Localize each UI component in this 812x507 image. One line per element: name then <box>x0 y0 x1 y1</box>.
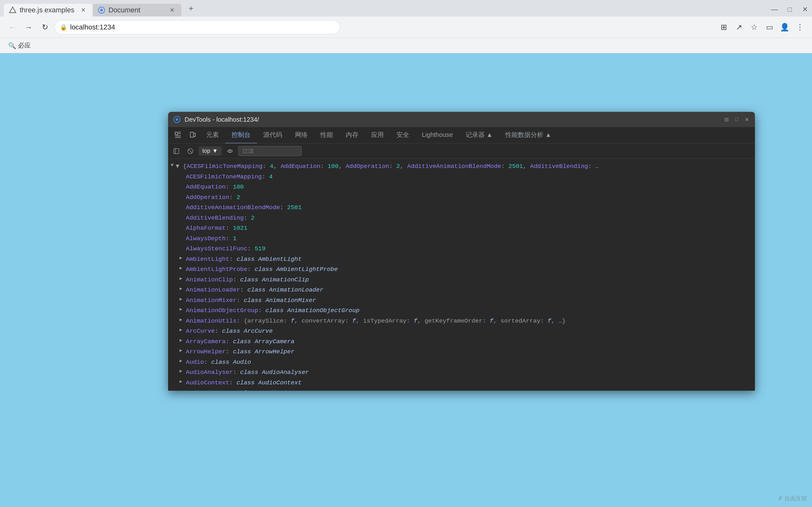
devtools-inspect-icon[interactable] <box>171 127 185 144</box>
svg-line-15 <box>189 149 192 153</box>
devtools-win-controls: ⊟ □ ✕ <box>723 116 750 123</box>
devtools-minimize-icon[interactable]: ⊟ <box>723 116 729 123</box>
top-dropdown-icon: ▼ <box>212 148 218 154</box>
svg-point-16 <box>229 150 231 152</box>
svg-point-2 <box>100 9 103 11</box>
expand-animationutils-icon: ▶ <box>180 317 182 323</box>
tab-recorder[interactable]: 记录器 ▲ <box>459 127 499 144</box>
expand-audioanalyser-icon: ▶ <box>180 368 182 375</box>
menu-icon[interactable]: ⋮ <box>793 20 807 34</box>
tab-title-threejs: three.js examples <box>20 6 75 14</box>
tab-network[interactable]: 网络 <box>289 127 314 144</box>
csdn-watermark: ✗ 自由互联 <box>778 495 807 502</box>
expand-animationclip-icon: ▶ <box>180 275 182 282</box>
tab-close-threejs[interactable]: ✕ <box>79 6 88 14</box>
tab-performance[interactable]: 性能 <box>314 127 339 144</box>
expand-animationobjectgroup-icon: ▶ <box>180 306 182 313</box>
tab-memory[interactable]: 内存 <box>339 127 365 144</box>
forward-button[interactable]: → <box>21 20 36 34</box>
console-line-arccurve[interactable]: ▶ ArcCurve: class ArcCurve <box>168 326 755 337</box>
tab-close-document[interactable]: ✕ <box>167 6 176 14</box>
console-line-animationobjectgroup[interactable]: ▶ AnimationObjectGroup: class AnimationO… <box>168 305 755 316</box>
tab-lighthouse[interactable]: Lighthouse <box>415 127 459 144</box>
win-minimize-icon[interactable]: — <box>768 3 781 16</box>
tab-lighthouse-label: Lighthouse <box>422 131 453 138</box>
tab-application[interactable]: 应用 <box>365 127 390 144</box>
bookmark-bing-label: 必应 <box>18 41 31 50</box>
console-line-ambientlight[interactable]: ▶ AmbientLight: class AmbientLight <box>168 254 755 265</box>
console-line-3: AddOperation: 2 <box>168 192 755 203</box>
bookmarks-bar: 🔍 必应 <box>0 38 812 53</box>
tab-sources[interactable]: 源代码 <box>257 127 289 144</box>
console-line-8: AlwaysStencilFunc: 519 <box>168 244 755 254</box>
console-line-ambientlightprobe[interactable]: ▶ AmbientLightProbe: class AmbientLightP… <box>168 264 755 275</box>
svg-marker-0 <box>9 7 16 13</box>
devtools-tabs: 元素 控制台 源代码 网络 性能 内存 应用 <box>168 127 755 144</box>
tab-performance-label: 性能 <box>320 130 333 139</box>
tab-document[interactable]: Document ✕ <box>93 4 182 16</box>
console-line-arrowhelper[interactable]: ▶ ArrowHelper: class ArrowHelper <box>168 347 755 357</box>
console-line-audioanalyser[interactable]: ▶ AudioAnalyser: class AudioAnalyser <box>168 367 755 378</box>
tab-perfanalysis[interactable]: 性能数据分析 ▲ <box>499 127 558 144</box>
tab-memory-label: 内存 <box>346 130 358 139</box>
console-line-animationmixer[interactable]: ▶ AnimationMixer: class AnimationMixer <box>168 295 755 306</box>
tab-title-document: Document <box>108 6 164 14</box>
devtools-device-icon[interactable] <box>185 127 200 144</box>
profile-icon[interactable]: 👤 <box>778 20 792 34</box>
sidebar-icon[interactable]: ▭ <box>763 20 776 34</box>
devtools-titlebar: DevTools - localhost:1234/ ⊟ □ ✕ <box>168 112 755 127</box>
devtools-maximize-icon[interactable]: □ <box>733 116 740 123</box>
tab-console-label: 控制台 <box>232 130 251 139</box>
expand-arccurve-icon: ▶ <box>180 327 182 333</box>
win-maximize-icon[interactable]: □ <box>783 3 797 16</box>
svg-rect-12 <box>174 149 179 154</box>
share-icon[interactable]: ↗ <box>732 20 746 34</box>
console-sidebar-icon[interactable] <box>171 146 182 157</box>
tab-threejs[interactable]: three.js examples ✕ <box>4 4 93 16</box>
devtools-close-icon[interactable]: ✕ <box>744 116 750 123</box>
top-label: top <box>202 148 210 154</box>
console-line-audio[interactable]: ▶ Audio: class Audio <box>168 357 755 368</box>
browser-frame: three.js examples ✕ Document ✕ + — □ ✕ ←… <box>0 0 812 507</box>
win-close-icon[interactable]: ✕ <box>798 3 812 16</box>
devtools-window: DevTools - localhost:1234/ ⊟ □ ✕ <box>168 112 755 391</box>
browser-content: DevTools - localhost:1234/ ⊟ □ ✕ <box>0 53 812 507</box>
console-line-audiolistener[interactable]: ▶ AudioListener: class AudioListener <box>168 388 755 391</box>
console-line-root[interactable]: ▶ ▼ {ACESFilmicToneMapping: 4, AddEquati… <box>168 161 755 172</box>
expand-audiolistener-icon: ▶ <box>180 389 182 391</box>
tab-elements[interactable]: 元素 <box>200 127 225 144</box>
console-line-animationloader[interactable]: ▶ AnimationLoader: class AnimationLoader <box>168 285 755 295</box>
console-line-7: AlwaysDepth: 1 <box>168 233 755 244</box>
translate-icon[interactable]: ⊞ <box>717 20 731 34</box>
console-line-audiocontext[interactable]: ▶ AudioContext: class AudioContext <box>168 378 755 388</box>
tab-bar: three.js examples ✕ Document ✕ + — □ ✕ <box>0 0 812 16</box>
devtools-title: DevTools - localhost:1234/ <box>185 116 259 123</box>
refresh-button[interactable]: ↻ <box>38 20 52 34</box>
console-filter-input[interactable] <box>238 146 302 156</box>
expand-animationmixer-icon: ▶ <box>180 296 182 302</box>
console-line-arraycamera[interactable]: ▶ ArrayCamera: class ArrayCamera <box>168 337 755 347</box>
tab-recorder-label: 记录器 ▲ <box>466 130 493 139</box>
tab-security[interactable]: 安全 <box>390 127 415 144</box>
console-clear-icon[interactable] <box>185 146 196 157</box>
expand-audiocontext-icon: ▶ <box>180 378 182 385</box>
tab-console[interactable]: 控制台 <box>225 127 257 144</box>
expand-audio-icon: ▶ <box>180 358 182 364</box>
tab-application-label: 应用 <box>371 130 384 139</box>
bookmark-icon[interactable]: ☆ <box>747 20 761 34</box>
back-button[interactable]: ← <box>5 20 19 34</box>
console-line-4: AdditiveAnimationBlendMode: 2501 <box>168 203 755 213</box>
bookmark-bing[interactable]: 🔍 必应 <box>5 40 34 51</box>
tab-elements-label: 元素 <box>206 130 219 139</box>
console-top-selector[interactable]: top ▼ <box>199 147 222 156</box>
new-tab-button[interactable]: + <box>184 1 198 15</box>
address-toolbar: ← → ↻ 🔒 localhost:1234 ⊞ ↗ ☆ ▭ 👤 ⋮ <box>0 16 812 38</box>
console-eye-icon[interactable] <box>224 146 236 157</box>
expand-ambientlight-icon: ▶ <box>180 255 182 262</box>
svg-point-4 <box>176 118 178 121</box>
console-line-animationclip[interactable]: ▶ AnimationClip: class AnimationClip <box>168 275 755 285</box>
address-bar[interactable]: 🔒 localhost:1234 <box>55 20 340 34</box>
lock-icon: 🔒 <box>60 24 67 31</box>
console-line-animationutils[interactable]: ▶ AnimationUtils: {arraySlice: f, conver… <box>168 316 755 326</box>
tab-security-label: 安全 <box>397 130 409 139</box>
